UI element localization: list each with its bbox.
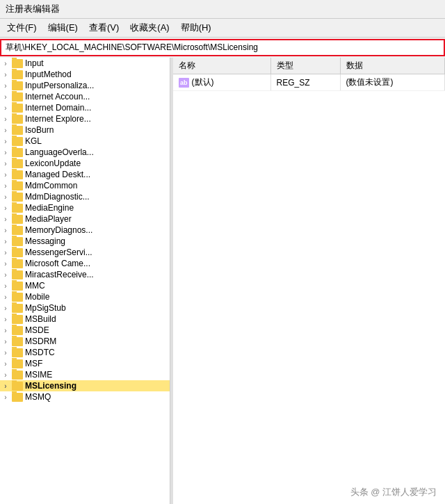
table-row[interactable]: ab(默认)REG_SZ(数值未设置) — [173, 74, 445, 91]
tree-item-label: KGL — [25, 136, 42, 146]
expand-arrow-icon[interactable]: › — [0, 282, 11, 290]
tree-item[interactable]: ›MemoryDiagnos... — [0, 225, 170, 236]
tree-item[interactable]: ›MSDE — [0, 325, 170, 336]
tree-item-label: MessengerServi... — [25, 247, 92, 257]
window-title: 注册表编辑器 — [6, 3, 60, 14]
menu-file[interactable]: 文件(F) — [3, 20, 41, 35]
expand-arrow-icon[interactable]: › — [0, 293, 11, 301]
folder-icon — [11, 337, 24, 346]
tree-item[interactable]: ›MSDRM — [0, 336, 170, 347]
expand-arrow-icon[interactable]: › — [0, 171, 11, 179]
reg-value-cell: (数值未设置) — [340, 74, 445, 91]
tree-item[interactable]: ›MdmDiagnostic... — [0, 191, 170, 202]
expand-arrow-icon[interactable]: › — [0, 193, 11, 201]
expand-arrow-icon[interactable]: › — [0, 393, 11, 401]
tree-item[interactable]: ›Mobile — [0, 291, 170, 302]
folder-icon — [11, 226, 24, 235]
tree-item[interactable]: ›InputMethod — [0, 69, 170, 80]
tree-item-label: MdmDiagnostic... — [25, 192, 90, 202]
tree-item[interactable]: ›IsoBurn — [0, 124, 170, 136]
tree-item[interactable]: ›MdmCommon — [0, 180, 170, 191]
tree-item-label: Messaging — [25, 236, 65, 246]
expand-arrow-icon[interactable]: › — [0, 115, 11, 123]
expand-arrow-icon[interactable]: › — [0, 260, 11, 268]
folder-icon — [11, 215, 24, 224]
expand-arrow-icon[interactable]: › — [0, 216, 11, 223]
expand-arrow-icon[interactable]: › — [0, 82, 11, 90]
expand-arrow-icon[interactable]: › — [0, 304, 11, 312]
folder-icon — [11, 304, 24, 313]
tree-item[interactable]: ›MSDTC — [0, 347, 170, 358]
expand-arrow-icon[interactable]: › — [0, 249, 11, 257]
expand-arrow-icon[interactable]: › — [0, 238, 11, 245]
data-panel[interactable]: 名称 类型 数据 ab(默认)REG_SZ(数值未设置) — [173, 58, 445, 504]
tree-item[interactable]: ›InputPersonaliza... — [0, 80, 170, 91]
menu-help[interactable]: 帮助(H) — [177, 20, 216, 35]
title-bar: 注册表编辑器 — [0, 0, 445, 19]
folder-icon — [11, 193, 24, 202]
expand-arrow-icon[interactable]: › — [0, 371, 11, 379]
tree-item[interactable]: ›MSIME — [0, 369, 170, 380]
tree-item[interactable]: ›KGL — [0, 136, 170, 147]
tree-item[interactable]: ›Managed Deskt... — [0, 169, 170, 180]
expand-arrow-icon[interactable]: › — [0, 349, 11, 357]
tree-item-label: IsoBurn — [25, 125, 54, 135]
expand-arrow-icon[interactable]: › — [0, 138, 11, 145]
expand-arrow-icon[interactable]: › — [0, 227, 11, 234]
tree-item[interactable]: ›MpSigStub — [0, 302, 170, 314]
col-name: 名称 — [173, 58, 270, 74]
folder-icon — [11, 371, 24, 380]
tree-item[interactable]: ›LanguageOverla... — [0, 147, 170, 158]
folder-icon — [11, 59, 24, 68]
tree-item[interactable]: ›LexiconUpdate — [0, 158, 170, 169]
expand-arrow-icon[interactable]: › — [0, 104, 11, 112]
tree-item[interactable]: ›Internet Domain... — [0, 102, 170, 113]
expand-arrow-icon[interactable]: › — [0, 382, 11, 390]
expand-arrow-icon[interactable]: › — [0, 204, 11, 212]
tree-item[interactable]: ›MMC — [0, 280, 170, 291]
folder-icon — [11, 270, 24, 279]
tree-item[interactable]: ›MediaPlayer — [0, 213, 170, 225]
tree-item[interactable]: ›Internet Accoun... — [0, 91, 170, 102]
expand-arrow-icon[interactable]: › — [0, 149, 11, 156]
tree-item[interactable]: ›Internet Explore... — [0, 113, 170, 124]
expand-arrow-icon[interactable]: › — [0, 360, 11, 368]
folder-icon — [11, 204, 24, 213]
tree-item[interactable]: ›MessengerServi... — [0, 247, 170, 258]
tree-item-label: MMC — [25, 281, 45, 291]
folder-icon — [11, 237, 24, 246]
expand-arrow-icon[interactable]: › — [0, 71, 11, 79]
tree-item[interactable]: ›MSF — [0, 358, 170, 369]
tree-item[interactable]: ›MiracastReceive... — [0, 269, 170, 280]
tree-item-label: MemoryDiagnos... — [25, 225, 92, 235]
tree-item[interactable]: ›Microsoft Came... — [0, 258, 170, 269]
tree-item[interactable]: ›MSBuild — [0, 314, 170, 325]
expand-arrow-icon[interactable]: › — [0, 338, 11, 346]
folder-icon — [11, 92, 24, 101]
tree-item[interactable]: ›Input — [0, 58, 170, 69]
tree-item-label: InputMethod — [25, 70, 72, 79]
tree-item[interactable]: ›Messaging — [0, 236, 170, 247]
reg-type-cell: REG_SZ — [270, 74, 340, 91]
expand-arrow-icon[interactable]: › — [0, 182, 11, 190]
expand-arrow-icon[interactable]: › — [0, 327, 11, 334]
expand-arrow-icon[interactable]: › — [0, 316, 11, 323]
expand-arrow-icon[interactable]: › — [0, 60, 11, 67]
menu-edit[interactable]: 编辑(E) — [44, 20, 82, 35]
tree-item[interactable]: ›MediaEngine — [0, 202, 170, 213]
tree-item[interactable]: ›MSMQ — [0, 391, 170, 403]
main-content: ›Input›InputMethod›InputPersonaliza...›I… — [0, 58, 445, 504]
address-bar[interactable]: 草机\HKEY_LOCAL_MACHINE\SOFTWARE\Microsoft… — [0, 39, 445, 56]
expand-arrow-icon[interactable]: › — [0, 127, 11, 134]
menu-view[interactable]: 查看(V) — [85, 20, 123, 35]
menu-favorites[interactable]: 收藏夹(A) — [126, 20, 173, 35]
folder-icon — [11, 393, 24, 402]
tree-item-label: MiracastReceive... — [25, 270, 94, 279]
expand-arrow-icon[interactable]: › — [0, 93, 11, 101]
tree-panel[interactable]: ›Input›InputMethod›InputPersonaliza...›I… — [0, 58, 170, 504]
tree-item[interactable]: ›MSLicensing — [0, 380, 170, 391]
tree-item-label: Internet Explore... — [25, 114, 91, 124]
folder-icon — [11, 115, 24, 124]
expand-arrow-icon[interactable]: › — [0, 160, 11, 168]
expand-arrow-icon[interactable]: › — [0, 271, 11, 279]
